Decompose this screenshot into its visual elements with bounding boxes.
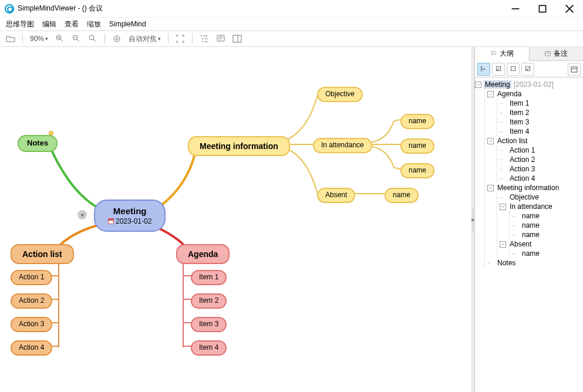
tab-outline[interactable]: 大纲 <box>475 47 530 61</box>
outline-item[interactable]: Item 1 <box>508 99 530 107</box>
node-action-1[interactable]: Action 1 <box>11 270 52 285</box>
open-button[interactable] <box>4 33 18 45</box>
node-in-attendance[interactable]: In attendance <box>313 138 372 153</box>
node-objective[interactable]: Objective <box>317 87 363 102</box>
workspace: Meeting 2023-01-02 Notes Meeting informa… <box>0 47 583 392</box>
svg-point-36 <box>491 51 492 52</box>
svg-point-38 <box>491 53 493 54</box>
node-action-4[interactable]: Action 4 <box>11 340 52 356</box>
outline-item[interactable]: name <box>521 249 541 258</box>
outline-item[interactable]: name <box>521 212 541 220</box>
node-meeting-info[interactable]: Meeting information <box>188 136 290 156</box>
tree-toggle-icon[interactable]: − <box>487 138 494 144</box>
zoom-out-button[interactable] <box>69 33 83 45</box>
sidebar: 大纲 备注 ☑ ☐ ☑ −Meeting[2023-01-02] −Age <box>474 47 583 392</box>
outline-item[interactable]: Item 3 <box>508 118 530 126</box>
splitter-handle-icon[interactable]: ▶ <box>471 208 474 231</box>
toolbar: 90% ▾ 自动对焦 ▾ <box>0 31 583 47</box>
node-name-3[interactable]: name <box>400 163 434 178</box>
outline-item[interactable]: Action 3 <box>508 165 536 173</box>
outline-tool-date[interactable] <box>568 63 581 76</box>
node-name-2[interactable]: name <box>400 138 434 154</box>
menu-edit[interactable]: 编辑 <box>39 18 60 31</box>
chevron-down-icon: ▾ <box>158 36 161 42</box>
svg-point-11 <box>89 35 94 40</box>
node-name-absent[interactable]: name <box>385 188 419 203</box>
outline-item[interactable]: Action 4 <box>508 174 536 183</box>
outline-item[interactable]: name <box>521 221 541 229</box>
outline-item-agenda[interactable]: Agenda <box>496 90 523 98</box>
menu-view[interactable]: 查看 <box>61 18 82 31</box>
fullscreen-button[interactable] <box>173 33 187 45</box>
node-action-2[interactable]: Action 2 <box>11 293 52 309</box>
outline-tool-hierarchy[interactable] <box>477 63 490 76</box>
layout-toggle-button[interactable] <box>230 33 244 45</box>
tab-notes[interactable]: 备注 <box>530 47 584 60</box>
notes-toggle-button[interactable] <box>214 33 228 45</box>
tree-toggle-icon[interactable]: − <box>500 241 506 248</box>
outline-tool-checked-2[interactable]: ☑ <box>521 63 534 76</box>
minimize-button[interactable] <box>502 0 529 18</box>
sidebar-toolbar: ☑ ☐ ☑ <box>475 61 583 77</box>
notes-icon <box>544 50 551 58</box>
tree-toggle-icon[interactable]: − <box>475 82 481 88</box>
node-central-title: Meeting <box>113 205 147 217</box>
zoom-level-dropdown[interactable]: 90% ▾ <box>28 33 50 44</box>
outline-item[interactable]: Item 2 <box>508 109 530 117</box>
tree-toggle-icon[interactable]: − <box>487 91 494 97</box>
tree-toggle-icon[interactable]: − <box>500 204 506 210</box>
node-item-1[interactable]: Item 1 <box>191 270 227 285</box>
outline-tool-checked[interactable]: ☑ <box>492 63 505 76</box>
outline-item[interactable]: Objective <box>508 193 540 201</box>
outline-item[interactable]: Item 4 <box>508 127 530 136</box>
maximize-button[interactable] <box>529 0 556 18</box>
node-agenda[interactable]: Agenda <box>176 244 230 264</box>
svg-rect-1 <box>539 5 545 12</box>
tree-toggle-icon[interactable]: − <box>487 185 494 191</box>
outline-tool-unchecked[interactable]: ☐ <box>507 63 520 76</box>
svg-point-13 <box>114 36 120 42</box>
zoom-in-button[interactable] <box>53 33 67 45</box>
menu-mindmap[interactable]: 思维导图 <box>2 18 38 31</box>
tab-notes-label: 备注 <box>554 49 568 59</box>
node-action-3[interactable]: Action 3 <box>11 317 52 332</box>
node-absent[interactable]: Absent <box>317 188 355 203</box>
outline-toggle-button[interactable] <box>197 33 211 45</box>
svg-line-5 <box>60 39 63 42</box>
autofocus-dropdown[interactable]: 自动对焦 ▾ <box>126 33 163 45</box>
outline-item-in-attendance[interactable]: In attendance <box>508 202 554 211</box>
outline-item[interactable]: Action 2 <box>508 156 536 164</box>
menubar: 思维导图 编辑 查看 缩放 SimpleMind <box>0 18 583 31</box>
outline-item[interactable]: Action 1 <box>508 146 536 154</box>
outline-item-meeting[interactable]: Meeting <box>484 80 511 89</box>
zoom-level-label: 90% <box>30 35 44 43</box>
close-button[interactable] <box>556 0 583 18</box>
zoom-reset-button[interactable] <box>86 33 100 45</box>
svg-point-15 <box>201 35 202 36</box>
node-item-2[interactable]: Item 2 <box>191 293 227 309</box>
splitter[interactable]: ▶ <box>471 47 474 392</box>
svg-point-17 <box>202 38 203 39</box>
svg-rect-21 <box>217 35 224 41</box>
outline-tree[interactable]: −Meeting[2023-01-02] −Agenda Item 1 Item… <box>475 77 583 392</box>
titlebar: SimpleMindViewer - () 会议 <box>0 0 583 18</box>
mindmap-canvas[interactable]: Meeting 2023-01-02 Notes Meeting informa… <box>0 47 471 392</box>
target-button[interactable] <box>110 33 124 45</box>
svg-rect-46 <box>571 67 577 72</box>
node-action-list[interactable]: Action list <box>11 244 74 264</box>
node-item-3[interactable]: Item 3 <box>191 317 227 332</box>
collapse-toggle-icon[interactable] <box>77 210 87 219</box>
calendar-icon <box>108 218 114 224</box>
outline-item-action-list[interactable]: Action list <box>496 137 528 145</box>
menu-app[interactable]: SimpleMind <box>106 19 150 29</box>
node-item-4[interactable]: Item 4 <box>191 340 227 356</box>
outline-item-meeting-info[interactable]: Meeting information <box>496 184 560 192</box>
node-name-1[interactable]: name <box>400 114 434 129</box>
outline-item-absent[interactable]: Absent <box>508 240 533 248</box>
chevron-down-icon: ▾ <box>45 36 48 42</box>
node-central[interactable]: Meeting 2023-01-02 <box>94 200 166 232</box>
node-notes[interactable]: Notes <box>18 135 58 152</box>
outline-item[interactable]: name <box>521 231 541 239</box>
outline-item-notes[interactable]: Notes <box>496 259 517 267</box>
menu-zoom[interactable]: 缩放 <box>83 18 105 31</box>
